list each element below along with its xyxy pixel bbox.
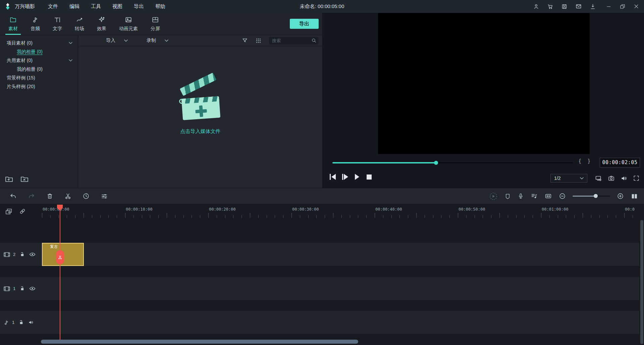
add-track-icon[interactable] [5, 208, 13, 216]
tree-item-intro-samples[interactable]: 片头样例 (20) [0, 82, 78, 91]
account-icon[interactable] [533, 3, 539, 10]
ruler-label: 00:00:20:00 [209, 207, 235, 212]
speaker-icon[interactable] [28, 320, 34, 325]
fullscreen-icon[interactable] [633, 175, 640, 182]
next-frame-button[interactable] [342, 174, 348, 180]
store-cart-icon[interactable] [547, 3, 553, 10]
filter-funnel-icon[interactable] [242, 38, 248, 44]
mark-out-icon[interactable]: } [588, 158, 590, 164]
previous-frame-button[interactable] [330, 174, 336, 180]
video-track-2[interactable]: 2 [0, 243, 639, 266]
timeline-toolbar [0, 188, 644, 204]
delete-icon[interactable] [46, 193, 53, 200]
menu-export[interactable]: 导出 [128, 0, 150, 13]
render-preview-icon[interactable] [489, 192, 498, 201]
menu-edit[interactable]: 编辑 [64, 0, 85, 13]
search-input[interactable] [269, 37, 318, 45]
tab-transition[interactable]: 转场 [68, 13, 91, 35]
zoom-in-icon[interactable] [617, 193, 624, 200]
menu-tools[interactable]: 工具 [85, 0, 107, 13]
record-button[interactable]: 录制 [147, 38, 156, 44]
voiceover-mic-icon[interactable] [518, 193, 524, 200]
chevron-down-icon[interactable] [69, 59, 72, 62]
tree-item-my-album-shared[interactable]: 我的相册 (0) [0, 65, 78, 73]
minimize-button[interactable] [606, 3, 612, 9]
tab-text[interactable]: 文字 [46, 13, 68, 35]
new-folder-icon[interactable] [5, 175, 13, 183]
tab-effects[interactable]: 效果 [91, 13, 113, 35]
duration-clock-icon[interactable] [83, 193, 90, 200]
chevron-down-icon[interactable] [69, 42, 72, 44]
maximize-restore-button[interactable] [620, 3, 626, 9]
playback-quality-select[interactable]: 1/2 [550, 174, 587, 183]
ruler-label: 00:00:00:00 [43, 207, 69, 212]
search-box [269, 37, 318, 45]
tab-split-screen[interactable]: 分屏 [144, 13, 166, 35]
tree-item-shared-media[interactable]: 共用素材 (0) [0, 56, 78, 65]
tab-audio[interactable]: 音频 [24, 13, 46, 35]
stop-button[interactable] [367, 174, 372, 180]
audio-track-1[interactable]: 1 [0, 311, 639, 334]
tab-media[interactable]: 素材 [2, 13, 24, 35]
undo-icon[interactable] [9, 193, 17, 200]
close-button[interactable] [633, 3, 639, 9]
track-layout-icon[interactable] [631, 193, 638, 200]
import-media-dropzone[interactable]: 点击导入媒体文件 [78, 82, 322, 135]
menu-help[interactable]: 帮助 [150, 0, 171, 13]
delete-folder-icon[interactable] [20, 175, 29, 183]
volume-icon[interactable] [621, 175, 628, 182]
split-cursor-badge[interactable] [56, 250, 64, 264]
timeline-track-tools [5, 208, 26, 216]
video-track-1[interactable]: 1 [0, 277, 639, 300]
music-note-icon [32, 16, 39, 23]
mark-in-icon[interactable]: { [579, 158, 581, 164]
timeline-horizontal-scrollbar[interactable] [41, 340, 358, 344]
timeline-vertical-scrollbar[interactable] [640, 220, 643, 344]
grid-view-icon[interactable] [256, 38, 261, 44]
audio-mixer-icon[interactable] [531, 193, 538, 200]
tree-item-background-samples[interactable]: 背景样例 (15) [0, 73, 78, 82]
lock-icon[interactable] [20, 286, 25, 291]
export-button[interactable]: 导出 [290, 19, 319, 29]
link-clips-icon[interactable] [19, 208, 26, 216]
record-chevron-icon[interactable] [165, 40, 168, 42]
eye-icon[interactable] [29, 252, 36, 257]
message-icon[interactable] [575, 3, 582, 10]
fit-timeline-icon[interactable] [544, 193, 552, 200]
play-button[interactable] [355, 174, 359, 180]
clapperboard-icon [175, 82, 226, 122]
tree-item-my-album-project[interactable]: 我的相册 (0) [0, 47, 78, 56]
effects-star-icon [98, 16, 105, 23]
menu-view[interactable]: 视图 [107, 0, 128, 13]
import-button[interactable]: 导入 [106, 38, 115, 44]
element-image-icon [125, 16, 132, 23]
clip-label: 复古 [50, 244, 58, 250]
tab-elements[interactable]: 动画元素 [113, 13, 144, 35]
import-chevron-icon[interactable] [124, 40, 128, 42]
lock-icon[interactable] [19, 320, 24, 325]
adjust-icon[interactable] [101, 193, 108, 200]
zoom-out-icon[interactable] [559, 193, 566, 200]
eye-icon[interactable] [29, 286, 36, 291]
timeline-zoom-slider[interactable] [573, 196, 610, 197]
marker-icon[interactable] [504, 193, 511, 200]
media-library-panel: 素材 音频 文字 转场 效果 动画元素 分屏 导出 [0, 13, 323, 188]
audio-track-1-header: 1 [0, 311, 37, 334]
save-icon[interactable] [561, 3, 568, 10]
menu-bar: 文件 编辑 工具 视图 导出 帮助 [42, 0, 171, 13]
seek-handle[interactable] [434, 161, 438, 165]
redo-icon[interactable] [28, 193, 35, 200]
snapshot-camera-icon[interactable] [608, 175, 615, 182]
search-icon[interactable] [311, 38, 317, 43]
seek-bar[interactable] [332, 162, 573, 163]
download-icon[interactable] [590, 3, 596, 10]
tree-item-project-media[interactable]: 项目素材 (0) [0, 39, 78, 47]
zoom-slider-knob[interactable] [594, 194, 598, 198]
video-track-2-header: 2 [0, 243, 37, 266]
display-settings-icon[interactable] [595, 175, 602, 182]
menu-file[interactable]: 文件 [42, 0, 64, 13]
text-icon [54, 16, 61, 23]
ruler-label: 00:01:00:00 [542, 207, 568, 212]
lock-icon[interactable] [20, 252, 25, 257]
split-scissors-icon[interactable] [64, 193, 71, 200]
